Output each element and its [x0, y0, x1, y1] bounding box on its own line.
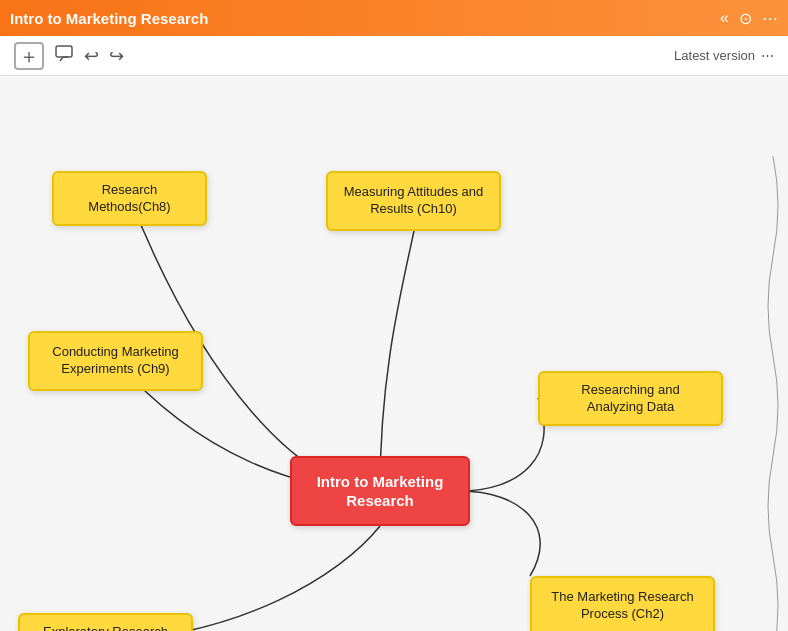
node-ch10[interactable]: Measuring Attitudes and Results (Ch10): [326, 171, 501, 231]
title-text: Intro to Marketing Research: [10, 10, 208, 27]
undo-button[interactable]: ↩: [84, 45, 99, 67]
version-label: Latest version: [674, 48, 755, 63]
node-ch9[interactable]: Conducting Marketing Experiments (Ch9): [28, 331, 203, 391]
toolbar: ＋ ↩ ↪ Latest version ⋯: [0, 36, 788, 76]
squiggle-decoration: [758, 156, 788, 631]
svg-rect-0: [56, 46, 72, 57]
node-ch5[interactable]: Exploratory Research Methods (Ch5): [18, 613, 193, 631]
title-bar: Intro to Marketing Research « ⊙ ⋯: [0, 0, 788, 36]
node-ch2[interactable]: The Marketing Research Process (Ch2): [530, 576, 715, 631]
search-icon[interactable]: ⊙: [739, 9, 752, 28]
more-icon[interactable]: ⋯: [762, 9, 778, 28]
comment-button[interactable]: [54, 43, 74, 68]
version-more-icon[interactable]: ⋯: [761, 48, 774, 63]
node-research[interactable]: Researching and Analyzing Data: [538, 371, 723, 426]
back-icon[interactable]: «: [720, 9, 729, 27]
node-ch8[interactable]: Research Methods(Ch8): [52, 171, 207, 226]
mind-map-canvas: Intro to Marketing Research Research Met…: [0, 76, 788, 631]
add-button[interactable]: ＋: [14, 42, 44, 70]
central-node[interactable]: Intro to Marketing Research: [290, 456, 470, 526]
redo-button[interactable]: ↪: [109, 45, 124, 67]
